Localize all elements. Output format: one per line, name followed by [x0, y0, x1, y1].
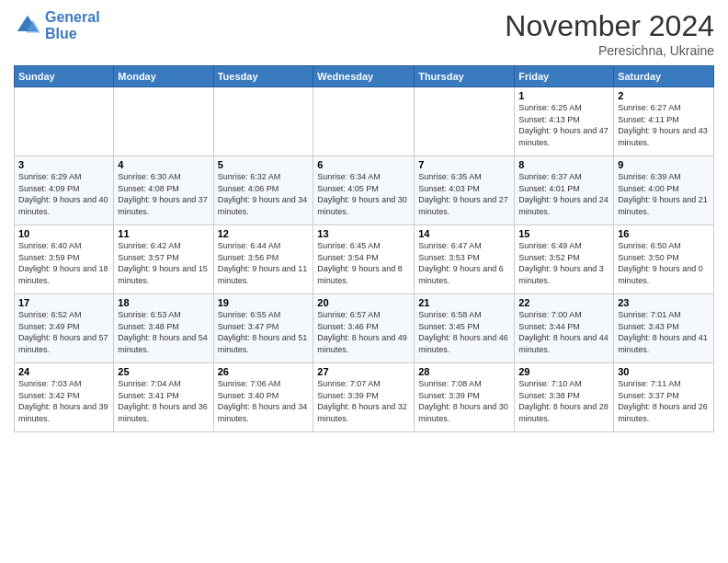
- calendar-cell: 22Sunrise: 7:00 AM Sunset: 3:44 PM Dayli…: [515, 294, 614, 363]
- day-info: Sunrise: 6:32 AM Sunset: 4:06 PM Dayligh…: [218, 171, 310, 217]
- day-number: 13: [317, 228, 410, 239]
- day-info: Sunrise: 7:06 AM Sunset: 3:40 PM Dayligh…: [218, 378, 310, 424]
- day-info: Sunrise: 6:44 AM Sunset: 3:56 PM Dayligh…: [218, 240, 310, 286]
- day-info: Sunrise: 6:49 AM Sunset: 3:52 PM Dayligh…: [518, 240, 609, 286]
- day-number: 24: [18, 366, 109, 377]
- calendar-cell: [15, 87, 114, 156]
- day-number: 12: [218, 228, 310, 239]
- day-number: 25: [118, 366, 209, 377]
- calendar-cell: 8Sunrise: 6:37 AM Sunset: 4:01 PM Daylig…: [515, 156, 614, 225]
- calendar-cell: 29Sunrise: 7:10 AM Sunset: 3:38 PM Dayli…: [515, 363, 614, 432]
- calendar-cell: 3Sunrise: 6:29 AM Sunset: 4:09 PM Daylig…: [15, 156, 114, 225]
- day-info: Sunrise: 7:00 AM Sunset: 3:44 PM Dayligh…: [518, 309, 609, 355]
- day-number: 7: [418, 159, 510, 170]
- calendar-cell: 25Sunrise: 7:04 AM Sunset: 3:41 PM Dayli…: [114, 363, 213, 432]
- title-block: November 2024 Peresichna, Ukraine: [505, 9, 714, 58]
- calendar-cell: 2Sunrise: 6:27 AM Sunset: 4:11 PM Daylig…: [614, 87, 714, 156]
- day-info: Sunrise: 6:37 AM Sunset: 4:01 PM Dayligh…: [518, 171, 609, 217]
- day-number: 1: [518, 90, 609, 101]
- calendar-cell: 7Sunrise: 6:35 AM Sunset: 4:03 PM Daylig…: [415, 156, 515, 225]
- calendar-cell: 13Sunrise: 6:45 AM Sunset: 3:54 PM Dayli…: [313, 225, 415, 294]
- calendar-cell: 18Sunrise: 6:53 AM Sunset: 3:48 PM Dayli…: [114, 294, 213, 363]
- logo: General Blue: [14, 9, 100, 41]
- day-number: 5: [218, 159, 310, 170]
- day-number: 23: [618, 297, 710, 308]
- day-number: 22: [518, 297, 609, 308]
- day-number: 11: [118, 228, 209, 239]
- day-number: 21: [418, 297, 510, 308]
- day-info: Sunrise: 6:34 AM Sunset: 4:05 PM Dayligh…: [317, 171, 410, 217]
- day-number: 9: [618, 159, 710, 170]
- day-number: 26: [218, 366, 310, 377]
- day-info: Sunrise: 6:30 AM Sunset: 4:08 PM Dayligh…: [118, 171, 209, 217]
- calendar-cell: 11Sunrise: 6:42 AM Sunset: 3:57 PM Dayli…: [114, 225, 213, 294]
- day-info: Sunrise: 7:04 AM Sunset: 3:41 PM Dayligh…: [118, 378, 209, 424]
- month-title: November 2024: [505, 9, 714, 43]
- calendar-week-3: 17Sunrise: 6:52 AM Sunset: 3:49 PM Dayli…: [15, 294, 714, 363]
- day-number: 10: [18, 228, 109, 239]
- calendar-cell: 15Sunrise: 6:49 AM Sunset: 3:52 PM Dayli…: [515, 225, 614, 294]
- day-number: 16: [618, 228, 710, 239]
- calendar-week-4: 24Sunrise: 7:03 AM Sunset: 3:42 PM Dayli…: [15, 363, 714, 432]
- calendar-cell: 26Sunrise: 7:06 AM Sunset: 3:40 PM Dayli…: [213, 363, 313, 432]
- calendar-cell: [114, 87, 213, 156]
- header: General Blue November 2024 Peresichna, U…: [14, 9, 714, 58]
- calendar-week-0: 1Sunrise: 6:25 AM Sunset: 4:13 PM Daylig…: [15, 87, 714, 156]
- day-info: Sunrise: 6:58 AM Sunset: 3:45 PM Dayligh…: [418, 309, 510, 355]
- calendar: Sunday Monday Tuesday Wednesday Thursday…: [14, 65, 714, 432]
- calendar-cell: 24Sunrise: 7:03 AM Sunset: 3:42 PM Dayli…: [15, 363, 114, 432]
- calendar-cell: 27Sunrise: 7:07 AM Sunset: 3:39 PM Dayli…: [313, 363, 415, 432]
- calendar-cell: [313, 87, 415, 156]
- day-number: 3: [18, 159, 109, 170]
- day-info: Sunrise: 7:08 AM Sunset: 3:39 PM Dayligh…: [418, 378, 510, 424]
- day-number: 4: [118, 159, 209, 170]
- calendar-cell: 9Sunrise: 6:39 AM Sunset: 4:00 PM Daylig…: [614, 156, 714, 225]
- day-number: 8: [518, 159, 609, 170]
- day-info: Sunrise: 6:50 AM Sunset: 3:50 PM Dayligh…: [618, 240, 710, 286]
- day-info: Sunrise: 6:27 AM Sunset: 4:11 PM Dayligh…: [618, 102, 710, 148]
- day-info: Sunrise: 7:01 AM Sunset: 3:43 PM Dayligh…: [618, 309, 710, 355]
- calendar-cell: 5Sunrise: 6:32 AM Sunset: 4:06 PM Daylig…: [213, 156, 313, 225]
- day-info: Sunrise: 7:11 AM Sunset: 3:37 PM Dayligh…: [618, 378, 710, 424]
- day-number: 28: [418, 366, 510, 377]
- calendar-cell: [213, 87, 313, 156]
- page: General Blue November 2024 Peresichna, U…: [0, 0, 728, 563]
- header-monday: Monday: [114, 66, 213, 87]
- day-info: Sunrise: 7:03 AM Sunset: 3:42 PM Dayligh…: [18, 378, 109, 424]
- calendar-header-row: Sunday Monday Tuesday Wednesday Thursday…: [15, 66, 714, 87]
- calendar-cell: 10Sunrise: 6:40 AM Sunset: 3:59 PM Dayli…: [15, 225, 114, 294]
- day-info: Sunrise: 6:47 AM Sunset: 3:53 PM Dayligh…: [418, 240, 510, 286]
- day-number: 20: [317, 297, 410, 308]
- day-number: 2: [618, 90, 710, 101]
- calendar-cell: 23Sunrise: 7:01 AM Sunset: 3:43 PM Dayli…: [614, 294, 714, 363]
- header-tuesday: Tuesday: [213, 66, 313, 87]
- calendar-cell: 4Sunrise: 6:30 AM Sunset: 4:08 PM Daylig…: [114, 156, 213, 225]
- calendar-cell: 20Sunrise: 6:57 AM Sunset: 3:46 PM Dayli…: [313, 294, 415, 363]
- header-saturday: Saturday: [614, 66, 714, 87]
- day-number: 30: [618, 366, 710, 377]
- calendar-cell: 16Sunrise: 6:50 AM Sunset: 3:50 PM Dayli…: [614, 225, 714, 294]
- location: Peresichna, Ukraine: [505, 43, 714, 58]
- day-info: Sunrise: 6:42 AM Sunset: 3:57 PM Dayligh…: [118, 240, 209, 286]
- calendar-week-2: 10Sunrise: 6:40 AM Sunset: 3:59 PM Dayli…: [15, 225, 714, 294]
- day-info: Sunrise: 6:35 AM Sunset: 4:03 PM Dayligh…: [418, 171, 510, 217]
- day-number: 14: [418, 228, 510, 239]
- calendar-cell: 17Sunrise: 6:52 AM Sunset: 3:49 PM Dayli…: [15, 294, 114, 363]
- calendar-cell: 28Sunrise: 7:08 AM Sunset: 3:39 PM Dayli…: [415, 363, 515, 432]
- calendar-cell: 6Sunrise: 6:34 AM Sunset: 4:05 PM Daylig…: [313, 156, 415, 225]
- header-thursday: Thursday: [415, 66, 515, 87]
- logo-text: General Blue: [45, 9, 100, 41]
- day-info: Sunrise: 6:39 AM Sunset: 4:00 PM Dayligh…: [618, 171, 710, 217]
- calendar-week-1: 3Sunrise: 6:29 AM Sunset: 4:09 PM Daylig…: [15, 156, 714, 225]
- logo-icon: [14, 12, 41, 40]
- day-info: Sunrise: 7:07 AM Sunset: 3:39 PM Dayligh…: [317, 378, 410, 424]
- day-info: Sunrise: 6:53 AM Sunset: 3:48 PM Dayligh…: [118, 309, 209, 355]
- calendar-cell: 21Sunrise: 6:58 AM Sunset: 3:45 PM Dayli…: [415, 294, 515, 363]
- day-number: 15: [518, 228, 609, 239]
- day-number: 19: [218, 297, 310, 308]
- day-info: Sunrise: 6:57 AM Sunset: 3:46 PM Dayligh…: [317, 309, 410, 355]
- logo-line1: General: [45, 9, 100, 25]
- calendar-cell: 19Sunrise: 6:55 AM Sunset: 3:47 PM Dayli…: [213, 294, 313, 363]
- day-info: Sunrise: 6:45 AM Sunset: 3:54 PM Dayligh…: [317, 240, 410, 286]
- calendar-cell: 30Sunrise: 7:11 AM Sunset: 3:37 PM Dayli…: [614, 363, 714, 432]
